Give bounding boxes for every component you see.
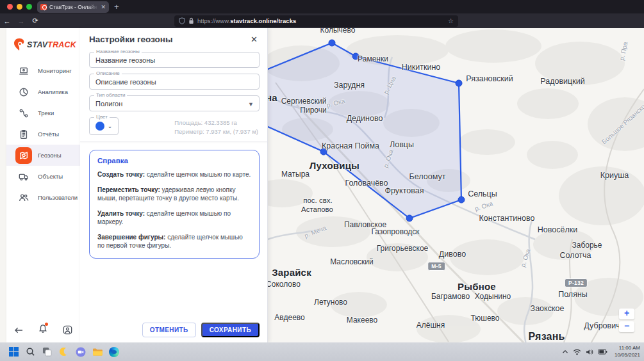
perimeter-value: Периметр: 7.937 км, (7.937 м) xyxy=(174,127,258,136)
map-label: Газопроводск xyxy=(371,227,419,236)
task-view-icon[interactable] xyxy=(42,346,53,357)
map-label: Матыра xyxy=(281,170,310,179)
map-label: Дединово xyxy=(347,114,383,123)
map-label: Поляны xyxy=(558,290,588,299)
profile-icon[interactable] xyxy=(63,325,72,335)
geozone-description-field[interactable]: Описание Описание геозоны xyxy=(89,74,260,90)
map-label: Рыбное xyxy=(458,281,496,292)
cancel-button[interactable]: ОТМЕНИТЬ xyxy=(142,323,196,337)
area-type-select[interactable]: Тип области Полигон ▼ xyxy=(89,95,260,111)
file-explorer-icon[interactable] xyxy=(92,346,103,357)
map-label: Зарудня xyxy=(334,81,365,90)
tray-chevron-icon[interactable] xyxy=(562,349,568,354)
panel-title: Настройки геозоны xyxy=(89,35,172,44)
map-label: Фруктовая xyxy=(385,186,424,195)
help-title: Справка xyxy=(97,157,251,164)
panel-close-icon[interactable]: ✕ xyxy=(249,35,260,44)
geozone-vertex-marker[interactable] xyxy=(458,197,465,203)
divider xyxy=(80,141,267,142)
geozone-name-field[interactable]: Название геозоны Название геозоны xyxy=(89,52,260,68)
battery-icon[interactable] xyxy=(598,349,607,355)
sidebar-item-reports[interactable]: Отчёты xyxy=(6,124,80,145)
monitor-icon xyxy=(15,63,32,79)
system-tray: 11:00 AM 10/05/2021 xyxy=(562,342,640,361)
help-box: Справка Создать точку: сделайте щелчок м… xyxy=(89,150,260,259)
window-maximize-button[interactable] xyxy=(26,4,32,10)
browser-tab[interactable]: СтавТрэк - Онлайн мониторин ✕ xyxy=(37,1,109,13)
map-zoom-controls: + − xyxy=(619,309,634,332)
map-label: Рязань xyxy=(528,331,565,342)
clipboard-icon xyxy=(15,126,32,143)
lock-icon xyxy=(188,17,194,24)
sidebar-item-tracks[interactable]: Треки xyxy=(6,102,80,124)
color-picker[interactable]: Цвет ⌄ xyxy=(89,117,119,135)
edge-browser-icon[interactable] xyxy=(108,346,119,357)
moon-app-icon[interactable] xyxy=(58,346,69,357)
help-item: Создать точку: сделайте щелчок мышью по … xyxy=(97,170,251,179)
zoom-out-button[interactable]: − xyxy=(619,321,634,332)
sidebar-item-users[interactable]: Пользователи xyxy=(6,187,80,208)
map-label: Зарайск xyxy=(272,267,311,278)
taskbar-search-icon[interactable] xyxy=(25,346,36,357)
pie-chart-icon xyxy=(15,84,32,100)
taskbar-clock[interactable]: 11:00 AM 10/05/2021 xyxy=(612,345,640,358)
geozone-map-icon xyxy=(15,147,32,164)
help-item: Переместить точку: удерживая левую кнопк… xyxy=(97,186,251,203)
start-button[interactable] xyxy=(8,346,19,357)
geozone-vertex-marker[interactable] xyxy=(406,215,413,221)
geozone-vertex-marker[interactable] xyxy=(329,40,335,46)
notifications-bell-icon[interactable] xyxy=(38,324,47,336)
map-label: Криуша xyxy=(600,171,629,180)
forward-icon[interactable]: → xyxy=(14,17,28,25)
reload-icon[interactable]: ⟳ xyxy=(28,17,42,25)
zoom-in-button[interactable]: + xyxy=(619,309,634,319)
stavtrack-logo: STAVTRACK xyxy=(13,37,76,52)
volume-icon[interactable] xyxy=(586,349,593,355)
map-label: Макеево xyxy=(347,316,377,325)
help-item: Удалить точку: сделайте щелчок мышью по … xyxy=(97,209,251,227)
map-label: Тюшево xyxy=(470,314,499,323)
collapse-back-icon[interactable] xyxy=(14,326,24,334)
map-label: Луховицы xyxy=(310,160,359,171)
panel-actions: ОТМЕНИТЬ СОХРАНИТЬ xyxy=(142,323,260,337)
video-app-icon[interactable] xyxy=(75,346,86,357)
map-label: Масловский xyxy=(330,257,374,266)
chevron-down-icon: ⌄ xyxy=(108,123,113,129)
browser-toolbar: ← → ⟳ https://www.stavtrack.online/track… xyxy=(0,13,644,28)
users-icon xyxy=(15,189,32,206)
sidebar-item-objects[interactable]: Объекты xyxy=(6,166,80,187)
sidebar-item-geozones[interactable]: Геозоны xyxy=(6,145,80,166)
map-label: Константиново xyxy=(479,214,535,223)
map-label: Пирочи xyxy=(300,106,326,115)
geozone-settings-panel: Настройки геозоны ✕ Название геозоны Наз… xyxy=(80,28,268,342)
geozone-metrics: Площадь: 432.3385 га Периметр: 7.937 км,… xyxy=(174,118,258,136)
map-label: Астапово xyxy=(301,205,333,213)
map-label: Головачёво xyxy=(345,179,388,188)
window-minimize-button[interactable] xyxy=(17,4,22,10)
map-label: -Соколово xyxy=(263,280,301,289)
notification-dot xyxy=(45,323,48,326)
sidebar-footer xyxy=(6,324,80,336)
bookmark-star-icon[interactable]: ☆ xyxy=(448,17,454,24)
taskbar: 11:00 AM 10/05/2021 xyxy=(0,342,644,361)
map-label: Дивово xyxy=(439,250,466,259)
stavtrack-favicon xyxy=(40,4,47,10)
screen: СтавТрэк - Онлайн мониторин ✕ + ← → ⟳ ht… xyxy=(0,0,644,361)
back-icon[interactable]: ← xyxy=(0,17,14,25)
truck-icon xyxy=(15,168,32,185)
url-bar[interactable]: https://www.stavtrack.online/tracks ☆ xyxy=(174,15,458,27)
help-item: Завершение фигуры: сделайте щелчок мышью… xyxy=(97,233,251,250)
tab-close-icon[interactable]: ✕ xyxy=(101,4,106,10)
sidebar-item-monitoring[interactable]: Мониторинг xyxy=(6,60,80,81)
new-tab-button[interactable]: + xyxy=(114,2,119,12)
window-close-button[interactable] xyxy=(7,4,13,10)
sidebar-nav: Мониторинг Аналитика Треки Отчёты xyxy=(6,60,80,208)
geozone-vertex-marker[interactable] xyxy=(456,80,462,86)
wifi-icon[interactable] xyxy=(573,349,581,355)
logo-text-track: TRACK xyxy=(47,40,76,49)
map-label: Раменки xyxy=(358,54,388,63)
save-button[interactable]: СОХРАНИТЬ xyxy=(201,323,260,337)
sidebar-item-analytics[interactable]: Аналитика xyxy=(6,81,80,102)
road-badge: Р-132 xyxy=(565,278,588,287)
tracking-shield-icon[interactable] xyxy=(179,17,185,24)
